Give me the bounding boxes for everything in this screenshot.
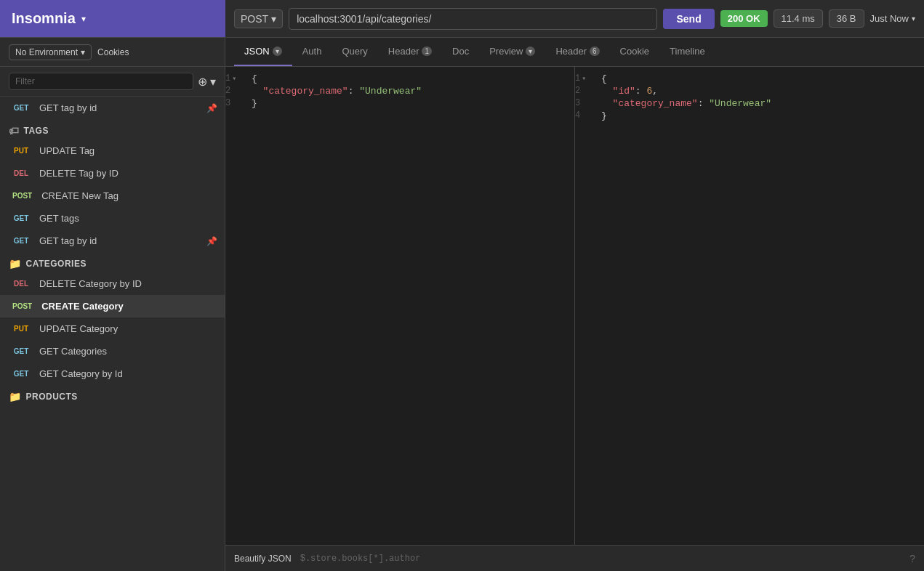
preview-line-3: 3 "category_name": "Underwear" xyxy=(575,97,924,110)
sidebar-item-update-category[interactable]: PUT UPDATE Category xyxy=(0,317,225,340)
sidebar-item-delete-category[interactable]: DEL DELETE Category by ID xyxy=(0,272,225,295)
tab-auth[interactable]: Auth xyxy=(292,38,332,66)
folder-icon: 🏷 xyxy=(9,125,20,137)
pin-icon: 📌 xyxy=(206,236,217,246)
cookies-button[interactable]: Cookies xyxy=(97,47,129,57)
tab-bar-left: No Environment ▾ Cookies xyxy=(0,38,225,66)
tab-doc[interactable]: Doc xyxy=(442,38,479,66)
add-request-button[interactable]: ⊕ ▾ xyxy=(198,75,216,89)
sidebar-item-label: DELETE Category by ID xyxy=(39,278,142,289)
sidebar-item-label: UPDATE Category xyxy=(39,323,118,334)
request-bar: POST ▾ Send 200 OK 11.4 ms 36 B Just Now… xyxy=(225,8,924,30)
method-tag-put: PUT xyxy=(9,145,33,156)
timestamp-chevron-icon: ▾ xyxy=(912,15,915,23)
tab-json[interactable]: JSON ▾ xyxy=(234,38,292,66)
code-line-3: 3 } xyxy=(225,97,574,110)
code-line-1: 1 ▾ { xyxy=(225,73,574,85)
method-tag-post: POST xyxy=(9,301,36,312)
sidebar-filter-area: ⊕ ▾ xyxy=(0,67,225,97)
bottom-bar: Beautify JSON ? xyxy=(225,545,924,571)
sidebar-item-label: GET Categories xyxy=(39,346,107,357)
folder-products[interactable]: 📁 PRODUCTS xyxy=(0,385,225,405)
sidebar-item-label: UPDATE Tag xyxy=(39,145,95,156)
tab-preview[interactable]: Preview ▾ xyxy=(479,38,545,66)
sidebar-item-get-tag-pinned-top[interactable]: GET GET tag by id 📌 xyxy=(0,97,225,119)
method-tag-get: GET xyxy=(9,368,33,379)
sidebar-item-create-tag[interactable]: POST CREATE New Tag xyxy=(0,185,225,207)
timestamp-text: Just Now xyxy=(870,13,909,24)
sidebar-item-label: GET tags xyxy=(39,213,79,224)
preview-line-4: 4 } xyxy=(575,110,924,122)
folder-tags[interactable]: 🏷 TAGS xyxy=(0,119,225,139)
folder-categories-label: CATEGORIES xyxy=(26,259,87,269)
sidebar-item-delete-tag[interactable]: DEL DELETE Tag by ID xyxy=(0,162,225,185)
content-pane: 1 ▾ { 2 "category_name": "Underwear" 3 } xyxy=(225,67,924,571)
logo-chevron-icon[interactable]: ▾ xyxy=(81,14,86,24)
sidebar-item-get-tag-by-id[interactable]: GET GET tag by id 📌 xyxy=(0,230,225,252)
env-chevron-icon: ▾ xyxy=(81,47,85,57)
method-tag-get: GET xyxy=(9,102,33,113)
tab-query[interactable]: Query xyxy=(332,38,377,66)
tab-header-1[interactable]: Header 1 xyxy=(378,38,442,66)
folder-icon: 📁 xyxy=(9,258,22,270)
preview-line-1: 1 ▾ { xyxy=(575,73,924,85)
app-name: Insomnia xyxy=(12,10,76,27)
time-badge: 11.4 ms xyxy=(774,9,823,28)
method-tag-get: GET xyxy=(9,213,33,224)
sidebar-item-label: CREATE Category xyxy=(41,301,123,312)
method-select[interactable]: POST ▾ xyxy=(234,9,283,28)
method-tag-get: GET xyxy=(9,346,33,357)
folder-icon: 📁 xyxy=(9,391,22,402)
editors: 1 ▾ { 2 "category_name": "Underwear" 3 } xyxy=(225,67,924,545)
sidebar-item-label: GET Category by Id xyxy=(39,368,123,379)
method-chevron-icon: ▾ xyxy=(271,13,276,25)
tab-timeline[interactable]: Timeline xyxy=(659,38,715,66)
tab-bar-right: JSON ▾ Auth Query Header 1 Doc Preview ▾… xyxy=(225,38,924,66)
url-input[interactable] xyxy=(289,8,657,30)
sidebar-item-get-tags[interactable]: GET GET tags xyxy=(0,207,225,230)
sidebar-item-label: CREATE New Tag xyxy=(41,190,118,201)
status-badge: 200 OK xyxy=(720,10,768,27)
filter-input[interactable] xyxy=(9,73,193,90)
folder-categories[interactable]: 📁 CATEGORIES xyxy=(0,252,225,272)
sidebar-item-create-category[interactable]: POST CREATE Category xyxy=(0,295,225,317)
json-chevron-icon: ▾ xyxy=(273,46,282,56)
sidebar-item-label: GET tag by id xyxy=(39,102,97,113)
method-tag-del: DEL xyxy=(9,278,33,289)
sidebar-item-get-category-by-id[interactable]: GET GET Category by Id xyxy=(0,363,225,385)
method-tag-post: POST xyxy=(9,190,36,201)
tab-cookie[interactable]: Cookie xyxy=(610,38,659,66)
response-preview-editor[interactable]: 1 ▾ { 2 "id": 6, 3 "category_name": "Und… xyxy=(575,67,924,545)
timestamp: Just Now ▾ xyxy=(870,13,915,24)
fold-arrow[interactable]: ▾ xyxy=(582,74,586,83)
method-value: POST xyxy=(241,13,268,25)
beautify-button[interactable]: Beautify JSON xyxy=(234,554,292,564)
method-tag-get: GET xyxy=(9,235,33,246)
pin-icon: 📌 xyxy=(206,103,217,113)
request-body-editor[interactable]: 1 ▾ { 2 "category_name": "Underwear" 3 } xyxy=(225,67,575,545)
method-tag-del: DEL xyxy=(9,168,33,179)
folder-products-label: PRODUCTS xyxy=(26,392,78,402)
logo-area: Insomnia ▾ xyxy=(0,0,225,37)
size-badge: 36 B xyxy=(829,9,864,28)
tab-header-6[interactable]: Header 6 xyxy=(545,38,609,66)
sidebar: ⊕ ▾ GET GET tag by id 📌 🏷 TAGS PUT UPDAT… xyxy=(0,67,225,571)
method-tag-put: PUT xyxy=(9,323,33,334)
help-icon[interactable]: ? xyxy=(909,553,915,564)
fold-arrow[interactable]: ▾ xyxy=(232,74,236,83)
folder-tags-label: TAGS xyxy=(24,126,49,136)
environment-select[interactable]: No Environment ▾ xyxy=(9,44,92,60)
sidebar-item-label: DELETE Tag by ID xyxy=(39,168,118,179)
env-label: No Environment xyxy=(15,47,78,57)
preview-line-2: 2 "id": 6, xyxy=(575,85,924,97)
sidebar-item-update-tag[interactable]: PUT UPDATE Tag xyxy=(0,139,225,162)
jq-filter-input[interactable] xyxy=(300,554,901,564)
sidebar-item-get-categories[interactable]: GET GET Categories xyxy=(0,340,225,363)
sidebar-item-label: GET tag by id xyxy=(39,235,97,246)
send-button[interactable]: Send xyxy=(663,9,714,29)
code-line-2: 2 "category_name": "Underwear" xyxy=(225,85,574,97)
